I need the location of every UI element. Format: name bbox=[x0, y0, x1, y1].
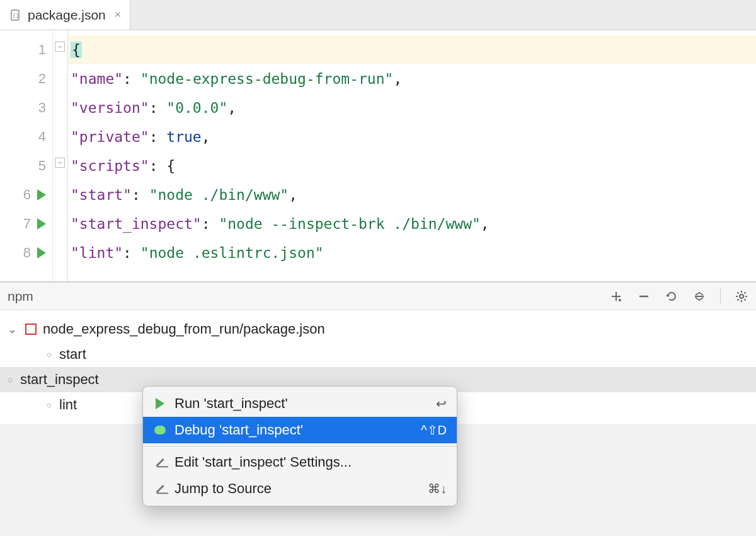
menu-debug-script[interactable]: Debug 'start_inspect' ^⇧D bbox=[143, 417, 457, 443]
line-number: 1 bbox=[38, 42, 46, 58]
menu-label: Debug 'start_inspect' bbox=[175, 422, 413, 438]
close-tab-icon[interactable]: × bbox=[115, 8, 122, 21]
context-menu: Run 'start_inspect' ↩ Debug 'start_inspe… bbox=[142, 386, 457, 506]
script-label: start_inspect bbox=[20, 371, 99, 388]
pencil-icon bbox=[153, 488, 167, 490]
menu-shortcut: ↩ bbox=[436, 396, 447, 411]
code-text: "start" bbox=[71, 187, 132, 203]
separator bbox=[720, 289, 721, 304]
svg-text:{}: {} bbox=[13, 13, 20, 19]
npm-tree-root[interactable]: ⌄ node_express_debug_from_run/package.js… bbox=[6, 317, 750, 342]
run-gutter-icon[interactable] bbox=[37, 189, 46, 201]
run-gutter-icon[interactable] bbox=[37, 247, 46, 259]
bullet-icon: ○ bbox=[45, 349, 53, 359]
remove-icon[interactable] bbox=[637, 289, 651, 303]
editor-tab-bar: {} package.json × bbox=[0, 0, 756, 30]
tool-window-header: npm bbox=[0, 283, 756, 310]
menu-jump-to-source[interactable]: Jump to Source ⌘↓ bbox=[143, 475, 457, 502]
npm-root-label: node_express_debug_from_run/package.json bbox=[43, 321, 325, 337]
menu-label: Jump to Source bbox=[175, 481, 420, 497]
line-number: 7 bbox=[23, 216, 31, 232]
menu-label: Run 'start_inspect' bbox=[175, 395, 428, 412]
code-text: "start_inspect" bbox=[71, 216, 202, 232]
menu-shortcut: ^⇧D bbox=[421, 422, 447, 438]
line-number: 8 bbox=[23, 245, 31, 261]
npm-icon bbox=[25, 323, 37, 335]
menu-edit-settings[interactable]: Edit 'start_inspect' Settings... bbox=[143, 449, 457, 475]
code-text: "lint" bbox=[71, 245, 123, 261]
gear-icon[interactable] bbox=[735, 289, 748, 303]
code-text: "name" bbox=[71, 71, 123, 87]
pencil-icon bbox=[153, 462, 167, 463]
collapse-all-icon[interactable] bbox=[692, 289, 706, 303]
line-number-gutter: 1 2 3 4 5 6 7 8 bbox=[0, 30, 53, 281]
npm-tool-window: npm ⌄ node_express_debug_from_run/packag… bbox=[0, 281, 756, 424]
bullet-icon: ○ bbox=[45, 400, 53, 410]
code-text: { bbox=[71, 42, 82, 58]
menu-run-script[interactable]: Run 'start_inspect' ↩ bbox=[143, 390, 457, 417]
code-text: "node --inspect-brk ./bin/www" bbox=[219, 216, 480, 232]
script-label: start bbox=[59, 346, 86, 363]
line-number: 4 bbox=[38, 129, 46, 145]
svg-point-3 bbox=[740, 294, 743, 298]
script-label: lint bbox=[59, 397, 77, 413]
line-number: 2 bbox=[38, 71, 46, 87]
run-gutter-icon[interactable] bbox=[37, 218, 46, 230]
play-icon bbox=[153, 398, 167, 409]
code-text: "0.0.0" bbox=[166, 100, 227, 116]
code-text: "node .eslintrc.json" bbox=[140, 245, 324, 261]
editor-tab-package-json[interactable]: {} package.json × bbox=[0, 0, 130, 30]
line-number: 6 bbox=[23, 187, 31, 203]
code-text: "private" bbox=[71, 129, 149, 145]
code-area[interactable]: { "name": "node-express-debug-from-run",… bbox=[68, 30, 756, 281]
npm-script-tree: ⌄ node_express_debug_from_run/package.js… bbox=[0, 310, 756, 424]
menu-separator bbox=[143, 446, 457, 446]
code-text: true bbox=[166, 129, 201, 145]
code-text: "version" bbox=[71, 100, 149, 116]
refresh-icon[interactable] bbox=[665, 289, 679, 303]
tool-window-title: npm bbox=[8, 289, 609, 304]
json-file-icon: {} bbox=[9, 8, 23, 22]
tool-window-actions bbox=[609, 289, 748, 304]
code-text: "node-express-debug-from-run" bbox=[140, 71, 394, 87]
tab-label: package.json bbox=[28, 8, 106, 23]
npm-script-item-start[interactable]: ○ start bbox=[6, 342, 750, 367]
line-number: 5 bbox=[38, 158, 46, 174]
menu-label: Edit 'start_inspect' Settings... bbox=[175, 454, 439, 470]
code-text: "node ./bin/www" bbox=[149, 187, 289, 203]
line-number: 3 bbox=[38, 100, 46, 116]
fold-toggle-icon[interactable]: − bbox=[55, 158, 65, 168]
bullet-icon: ○ bbox=[6, 375, 14, 385]
code-text: "scripts" bbox=[71, 158, 149, 174]
add-icon[interactable] bbox=[609, 289, 623, 303]
bug-icon bbox=[153, 426, 167, 434]
code-editor[interactable]: 1 2 3 4 5 6 7 8 − − { "name": "node-expr… bbox=[0, 30, 756, 281]
menu-shortcut: ⌘↓ bbox=[428, 481, 447, 496]
svg-point-2 bbox=[619, 299, 621, 301]
fold-toggle-icon[interactable]: − bbox=[55, 42, 65, 52]
chevron-down-icon[interactable]: ⌄ bbox=[8, 322, 19, 336]
fold-column: − − bbox=[53, 30, 68, 281]
